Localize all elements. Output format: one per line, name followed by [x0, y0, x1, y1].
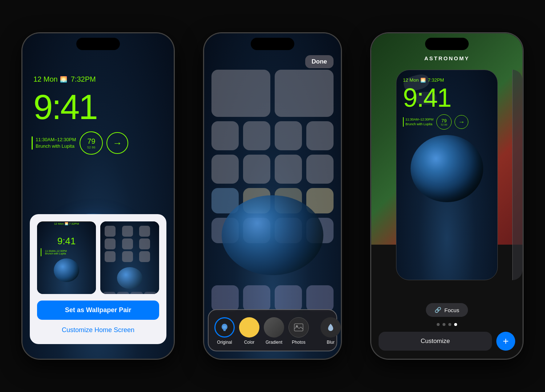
preview-icon	[139, 238, 150, 249]
astronomy-bg: ASTRONOMY 12 Mon 🌅 7:32PM 9:41 11:30AM–1…	[371, 33, 522, 359]
original-icon	[214, 317, 235, 338]
dock-icon-1[interactable]	[211, 285, 239, 311]
page-dot-3	[448, 323, 451, 326]
original-label: Original	[217, 340, 232, 345]
app-icon-medium-4[interactable]	[306, 121, 334, 150]
inner-temp-sub: 52 86	[441, 123, 447, 126]
lockscreen-preview: 12 Mon 🌅 7:32PM 9:41 11:30AM–12:30PM Bru…	[37, 221, 96, 294]
inner-arrow-widget: →	[455, 115, 468, 129]
sunrise-icon: 🌅	[60, 76, 67, 83]
svg-point-0	[223, 326, 226, 328]
preview-icon	[105, 226, 116, 237]
preview-earth	[54, 258, 79, 282]
inner-temp-main: 79	[441, 118, 447, 123]
page-dot-4-active	[454, 323, 457, 326]
wallpaper-pair-popup: 12 Mon 🌅 7:32PM 9:41 11:30AM–12:30PM Bru…	[30, 214, 166, 344]
power-button-3[interactable]	[522, 106, 523, 139]
date-text: 12 Mon	[33, 75, 58, 83]
customize-bar: Customize +	[379, 332, 515, 351]
done-button[interactable]: Done	[305, 55, 334, 68]
preview-icon	[122, 251, 133, 262]
focus-label: Focus	[444, 307, 459, 313]
preview-icon-grid	[103, 224, 156, 264]
inner-calendar-widget: 11:30AM–12:30PM Brunch with Lupita	[403, 117, 433, 126]
dock-icon-4[interactable]	[306, 285, 334, 311]
icon-row-3	[211, 155, 334, 184]
gradient-label: Gradient	[266, 340, 282, 345]
calendar-widget: 11:30AM–12:30PM Brunch with Lupita	[32, 136, 76, 150]
icon-row-1	[211, 70, 334, 117]
picker-original[interactable]: Original	[214, 317, 235, 345]
preview-icon	[139, 251, 150, 262]
preview-icon	[139, 226, 150, 237]
picker-gradient[interactable]: Gradient	[264, 317, 284, 345]
temp-sub: 52 86	[87, 146, 96, 149]
focus-link-icon: 🔗	[435, 307, 441, 313]
inner-widgets: 11:30AM–12:30PM Brunch with Lupita 79 52…	[396, 113, 497, 131]
power-button-1[interactable]	[174, 106, 174, 139]
dynamic-island-1	[76, 38, 120, 50]
app-icon-medium-7[interactable]	[275, 155, 302, 184]
lockscreen-bg: 12 Mon 🌅 7:32PM 9:41 11:30AM–12:30PM Bru…	[23, 33, 174, 359]
astronomy-title: ASTRONOMY	[371, 55, 522, 61]
next-screen-peek	[512, 70, 522, 280]
dock-icon-3[interactable]	[275, 285, 302, 311]
lock-time-small: 7:32PM	[71, 75, 96, 83]
homescreen-preview	[100, 221, 159, 294]
icon-row-2	[211, 121, 334, 150]
preview-lock-bg: 12 Mon 🌅 7:32PM 9:41 11:30AM–12:30PM Bru…	[37, 222, 96, 294]
dock-bar	[211, 285, 334, 311]
page-dot-2	[443, 323, 445, 326]
picker-options: Original Color Gradient	[214, 317, 331, 345]
power-button-2[interactable]	[341, 106, 342, 139]
inner-cal-line1: 11:30AM–12:30PM	[405, 117, 433, 122]
app-icon-large-1[interactable]	[211, 70, 270, 117]
color-icon	[239, 317, 259, 338]
preview-home-bg	[100, 221, 159, 294]
inner-phone-frame: 12 Mon 🌅 7:32PM 9:41 11:30AM–12:30PM Bru…	[396, 70, 498, 280]
lock-time: 9:41	[33, 90, 97, 124]
picker-photos[interactable]: Photos	[288, 317, 309, 345]
dynamic-island-3	[425, 38, 469, 50]
app-icon-large-2[interactable]	[275, 70, 334, 117]
customize-button[interactable]: Customize	[379, 332, 492, 351]
add-button[interactable]: +	[496, 332, 515, 351]
lock-widgets: 11:30AM–12:30PM Brunch with Lupita 79 52…	[32, 131, 165, 155]
arrow-widget: →	[106, 132, 128, 154]
preview-icon	[105, 238, 116, 249]
preview-icon	[105, 251, 116, 262]
dynamic-island-2	[251, 38, 294, 50]
temp-main: 79	[87, 137, 95, 146]
page-dot-1	[437, 323, 440, 326]
app-icon-medium-1[interactable]	[211, 121, 239, 150]
picker-color[interactable]: Color	[239, 317, 259, 345]
temperature-widget: 79 52 86	[80, 131, 103, 155]
lock-date: 12 Mon 🌅 7:32PM	[33, 75, 96, 83]
app-icon-medium-2[interactable]	[243, 121, 270, 150]
wallpaper-picker: Original Color Gradient	[208, 309, 337, 351]
blur-icon	[320, 317, 341, 338]
color-label: Color	[244, 340, 255, 345]
gradient-icon	[264, 317, 284, 338]
calendar-line1: 11:30AM–12:30PM	[36, 136, 76, 143]
inner-temp-widget: 79 52 86	[436, 114, 452, 130]
homescreen-editor-bg: Done	[204, 33, 341, 359]
dock-icon-2[interactable]	[243, 285, 270, 311]
app-icon-medium-3[interactable]	[275, 121, 302, 150]
customize-home-screen-button[interactable]: Customize Home Screen	[37, 323, 159, 337]
main-scene: 12 Mon 🌅 7:32PM 9:41 11:30AM–12:30PM Bru…	[0, 0, 545, 392]
focus-button[interactable]: 🔗 Focus	[426, 303, 468, 317]
picker-blur[interactable]: Blur	[320, 317, 341, 345]
preview-icon	[122, 238, 133, 249]
app-icon-medium-8[interactable]	[306, 155, 334, 184]
preview-time: 9:41	[37, 236, 96, 247]
phone-1: 12 Mon 🌅 7:32PM 9:41 11:30AM–12:30PM Bru…	[22, 33, 174, 359]
blur-label: Blur	[327, 340, 334, 345]
preview-icon	[122, 226, 133, 237]
calendar-line2: Brunch with Lupita	[36, 143, 76, 150]
page-dots	[371, 323, 522, 326]
inner-earth	[411, 135, 483, 202]
app-icon-medium-5[interactable]	[211, 155, 239, 184]
set-wallpaper-pair-button[interactable]: Set as Wallpaper Pair	[37, 301, 159, 320]
app-icon-medium-6[interactable]	[243, 155, 270, 184]
